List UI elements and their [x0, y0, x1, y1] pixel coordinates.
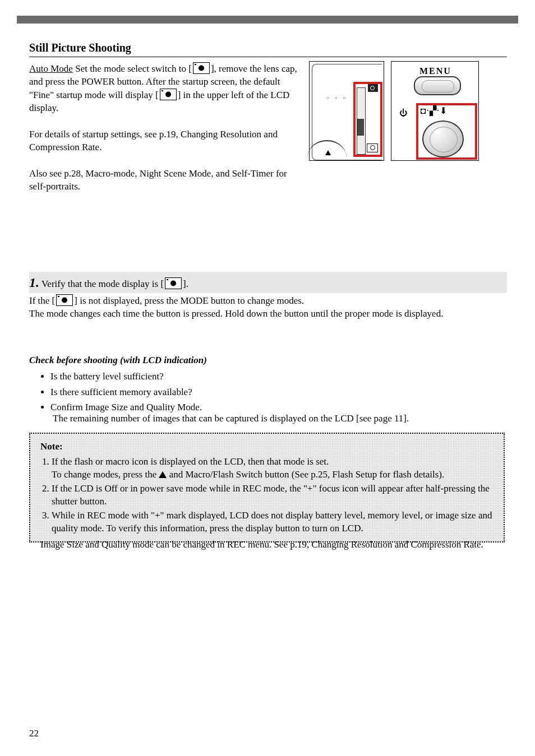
svg-point-7 — [170, 281, 176, 286]
check-sub-2: Image Size and Quality mode can be chang… — [40, 539, 494, 551]
note-1c: and Macro/Flash Switch button (See p.25,… — [167, 469, 444, 480]
figure-camera-top: MENU ⏻ ◘·▞·⬇ — [391, 61, 479, 161]
step-body-b: ] is not displayed, press the MODE butto… — [74, 295, 304, 306]
check-sub-list: The remaining number of images that can … — [53, 412, 507, 425]
intro-text: Auto Mode Set the mode select switch to … — [29, 62, 303, 193]
check-list: Is the battery level sufficient? Is ther… — [37, 368, 520, 416]
power-icon: ⏻ — [399, 108, 407, 119]
camera-icon — [193, 62, 210, 74]
arrow-up-icon — [159, 471, 167, 478]
figure-row: ○ ○ ○ MENU ⏻ ◘·▞·⬇ — [309, 61, 479, 161]
check-heading: Check before shooting (with LCD indicati… — [29, 354, 207, 367]
intro-line-6: Also see p.28, Macro-mode, Night Scene M… — [29, 168, 303, 193]
intro-line-5: For details of startup settings, see p.1… — [29, 128, 303, 154]
step-body-a: If the [ — [29, 295, 55, 306]
section-header: Still Picture Shooting — [29, 40, 507, 57]
camera-icon — [165, 277, 182, 289]
menu-button — [414, 76, 461, 95]
svg-point-10 — [62, 298, 67, 303]
intro-line-3: display [ — [126, 90, 159, 100]
step-1: 1. Verify that the mode display is []. I… — [29, 272, 507, 321]
step-1-head: 1. Verify that the mode display is []. — [29, 272, 507, 293]
step-body-c: The mode changes each time the button is… — [29, 308, 507, 321]
note-item-1: If the flash or macro icon is displayed … — [52, 456, 494, 481]
note-item-3: While in REC mode with "+" mark displaye… — [52, 509, 494, 535]
auto-mode-label: Auto Mode — [29, 63, 73, 74]
section-rule — [29, 57, 507, 57]
arrow-up-icon — [325, 150, 331, 155]
step-1-body: If the [] is not displayed, press the MO… — [29, 294, 507, 321]
figure-camera-back: ○ ○ ○ — [309, 61, 384, 161]
svg-rect-5 — [162, 90, 163, 91]
section-title: Still Picture Shooting — [29, 40, 507, 55]
note-list: If the flash or macro icon is displayed … — [40, 456, 494, 535]
check-sub-1: The remaining number of images that can … — [53, 412, 507, 425]
camera-icon — [160, 89, 177, 100]
svg-rect-8 — [167, 279, 168, 280]
header-bar — [17, 16, 518, 24]
note-title: Note: — [40, 440, 494, 453]
intro-line-1a: Set the mode select switch to [ — [73, 63, 192, 74]
svg-point-4 — [165, 91, 171, 97]
page-number: 22 — [29, 727, 39, 740]
svg-point-1 — [199, 66, 204, 71]
svg-rect-2 — [195, 64, 196, 65]
svg-rect-11 — [58, 296, 59, 297]
step-head-text-a: Verify that the mode display is [ — [39, 279, 164, 289]
indicator-dots: ○ ○ ○ — [326, 95, 348, 101]
note-item-2: If the LCD is Off or in power save mode … — [52, 483, 494, 508]
note-1a: If the flash or macro icon is displayed … — [52, 456, 329, 467]
check-item-2: Is there sufficient memory available? — [50, 385, 520, 400]
note-1b: To change modes, press the — [52, 469, 159, 480]
highlight-mode-button — [416, 103, 477, 160]
camera-icon — [56, 294, 73, 306]
highlight-switch — [353, 82, 382, 157]
note-box: Note: If the flash or macro icon is disp… — [29, 433, 505, 542]
control-wheel — [307, 140, 347, 175]
step-number: 1. — [29, 275, 39, 290]
menu-label: MENU — [419, 65, 451, 77]
check-item-1: Is the battery level sufficient? — [50, 369, 520, 384]
step-head-text-b: ]. — [183, 279, 188, 289]
